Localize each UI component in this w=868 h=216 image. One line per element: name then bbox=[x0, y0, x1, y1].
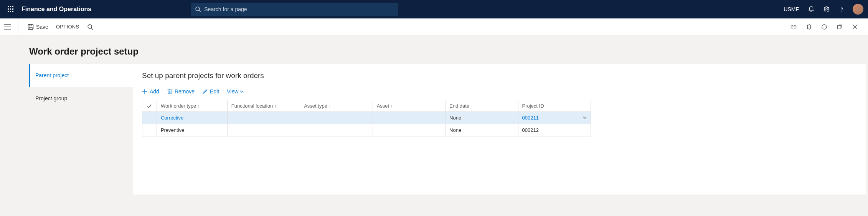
data-grid: Work order type↑ Functional location↑ As… bbox=[142, 100, 591, 136]
cell-functional-location[interactable] bbox=[227, 112, 300, 124]
tab-label: Parent project bbox=[35, 72, 69, 78]
svg-line-20 bbox=[91, 28, 93, 30]
check-icon bbox=[147, 103, 152, 109]
search-input[interactable] bbox=[204, 6, 394, 12]
save-icon bbox=[28, 24, 34, 30]
sort-asc-icon: ↑ bbox=[329, 104, 331, 108]
cell-work-order-type[interactable]: Corrective bbox=[157, 112, 227, 124]
svg-point-9 bbox=[196, 7, 200, 11]
select-all-header[interactable] bbox=[142, 100, 157, 112]
remove-button[interactable]: Remove bbox=[167, 88, 195, 95]
svg-rect-5 bbox=[12, 8, 13, 10]
trash-icon bbox=[167, 89, 172, 94]
top-navbar: Finance and Operations USMF bbox=[0, 0, 868, 18]
settings-icon[interactable] bbox=[819, 0, 834, 18]
chevron-down-icon bbox=[240, 88, 244, 95]
cell-functional-location[interactable] bbox=[227, 124, 300, 136]
svg-point-12 bbox=[842, 11, 842, 11]
add-label: Add bbox=[150, 88, 159, 95]
tab-parent-project[interactable]: Parent project bbox=[29, 64, 133, 87]
col-functional-location[interactable]: Functional location↑ bbox=[227, 100, 300, 112]
svg-line-10 bbox=[199, 10, 201, 12]
view-dropdown[interactable]: View bbox=[227, 88, 244, 95]
search-icon bbox=[87, 24, 93, 30]
office-icon[interactable] bbox=[801, 18, 817, 35]
cell-end-date[interactable]: None bbox=[446, 112, 518, 124]
cell-asset-type[interactable] bbox=[300, 124, 373, 136]
pencil-icon bbox=[202, 89, 208, 94]
svg-rect-8 bbox=[12, 11, 13, 12]
company-label[interactable]: USMF bbox=[784, 6, 799, 12]
page-content: Work order project setup Parent project … bbox=[18, 35, 868, 194]
svg-rect-4 bbox=[10, 8, 11, 10]
options-label: OPTIONS bbox=[56, 24, 79, 30]
svg-rect-21 bbox=[838, 25, 841, 29]
sort-asc-icon: ↑ bbox=[198, 104, 200, 108]
add-button[interactable]: Add bbox=[142, 88, 159, 95]
edit-label: Edit bbox=[210, 88, 219, 95]
popout-icon[interactable] bbox=[832, 18, 847, 35]
refresh-icon[interactable] bbox=[817, 18, 832, 35]
cell-asset-type[interactable] bbox=[300, 112, 373, 124]
find-button[interactable] bbox=[83, 18, 99, 35]
col-work-order-type[interactable]: Work order type↑ bbox=[157, 100, 227, 112]
tab-project-group[interactable]: Project group bbox=[29, 87, 133, 110]
svg-point-11 bbox=[826, 8, 828, 10]
command-bar: Save OPTIONS bbox=[18, 18, 868, 35]
svg-rect-2 bbox=[12, 6, 13, 7]
svg-rect-6 bbox=[8, 11, 9, 12]
row-selector[interactable] bbox=[142, 112, 157, 124]
waffle-icon[interactable] bbox=[5, 3, 17, 15]
col-asset-type[interactable]: Asset type↑ bbox=[300, 100, 373, 112]
tab-list: Parent project Project group bbox=[29, 64, 133, 110]
close-icon[interactable] bbox=[847, 18, 863, 35]
cell-asset[interactable] bbox=[373, 124, 445, 136]
avatar[interactable] bbox=[853, 4, 863, 15]
page-title: Work order project setup bbox=[18, 35, 868, 64]
svg-point-19 bbox=[88, 25, 92, 28]
grid-toolbar: Add Remove Edit View bbox=[142, 88, 856, 95]
svg-rect-0 bbox=[8, 6, 9, 7]
panel-heading: Set up parent projects for work orders bbox=[142, 71, 856, 80]
cell-asset[interactable] bbox=[373, 112, 445, 124]
edit-button[interactable]: Edit bbox=[202, 88, 219, 95]
cell-work-order-type[interactable]: Preventive bbox=[157, 124, 227, 136]
sort-asc-icon: ↑ bbox=[391, 104, 393, 108]
table-row[interactable]: Corrective None 000211 bbox=[142, 112, 591, 124]
plus-icon bbox=[142, 89, 147, 94]
main-panel: Set up parent projects for work orders A… bbox=[133, 64, 866, 194]
options-button[interactable]: OPTIONS bbox=[52, 18, 83, 35]
link-icon[interactable] bbox=[786, 18, 801, 35]
nav-collapse-button[interactable] bbox=[2, 21, 13, 33]
svg-rect-18 bbox=[29, 27, 32, 30]
svg-rect-26 bbox=[168, 90, 171, 94]
help-icon[interactable] bbox=[834, 0, 850, 18]
global-search[interactable] bbox=[191, 3, 398, 16]
tab-label: Project group bbox=[35, 95, 67, 101]
sort-asc-icon: ↑ bbox=[274, 104, 277, 108]
save-button[interactable]: Save bbox=[24, 18, 52, 35]
svg-rect-3 bbox=[8, 8, 9, 10]
svg-rect-1 bbox=[10, 6, 11, 7]
cell-project-id[interactable]: 000211 bbox=[518, 112, 591, 124]
save-label: Save bbox=[36, 24, 48, 30]
chevron-down-icon[interactable] bbox=[583, 115, 587, 121]
row-selector[interactable] bbox=[142, 124, 157, 136]
svg-rect-7 bbox=[10, 11, 11, 12]
cell-end-date[interactable]: None bbox=[446, 124, 518, 136]
search-icon bbox=[195, 6, 201, 12]
table-row[interactable]: Preventive None 000212 bbox=[142, 124, 591, 136]
svg-rect-17 bbox=[29, 24, 32, 26]
cell-project-id[interactable]: 000212 bbox=[518, 124, 591, 136]
remove-label: Remove bbox=[175, 88, 195, 95]
brand-title: Finance and Operations bbox=[21, 6, 91, 13]
view-label: View bbox=[227, 88, 238, 95]
notifications-icon[interactable] bbox=[804, 0, 819, 18]
col-end-date[interactable]: End date bbox=[446, 100, 518, 112]
col-asset[interactable]: Asset↑ bbox=[373, 100, 445, 112]
col-project-id[interactable]: Project ID bbox=[518, 100, 591, 112]
